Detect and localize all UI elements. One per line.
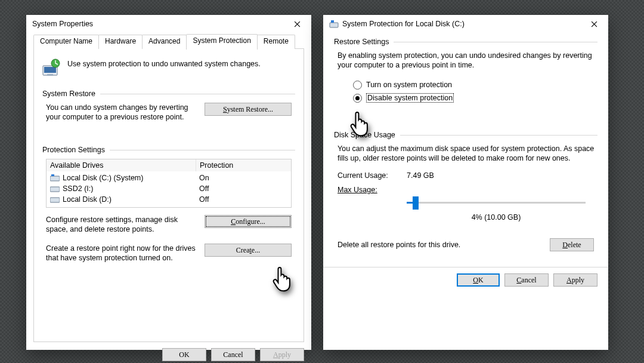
group-label: System Restore (42, 90, 95, 98)
current-usage-value: 7.49 GB (407, 171, 434, 180)
system-protection-icon (41, 57, 61, 78)
table-header: Available Drives Protection (47, 159, 291, 171)
delete-button[interactable]: Delete (550, 238, 594, 251)
svg-rect-9 (331, 20, 334, 23)
svg-rect-6 (50, 187, 60, 192)
configure-desc: Configure restore settings, manage disk … (46, 215, 199, 234)
section-disk-space: Disk Space Usage You can adjust the maxi… (334, 131, 597, 251)
svg-rect-8 (330, 23, 338, 27)
max-usage-label: Max Usage: (338, 186, 407, 194)
radio-turn-on[interactable]: Turn on system protection (353, 78, 597, 91)
dialog-buttons: OK Cancel Apply (33, 348, 304, 361)
table-row[interactable]: SSD2 (I:) Off (47, 183, 291, 194)
section-label: Disk Space Usage (334, 131, 395, 139)
svg-rect-5 (51, 174, 54, 176)
system-restore-button[interactable]: System Restore... (205, 103, 292, 116)
close-icon[interactable] (286, 16, 308, 32)
group-protection-settings: Protection Settings Available Drives Pro… (42, 146, 295, 263)
drives-table: Available Drives Protection Local Disk (… (46, 159, 292, 208)
ok-button[interactable]: OK (457, 273, 500, 287)
drive-icon (50, 185, 60, 192)
drive-icon (329, 19, 339, 29)
tab-system-protection[interactable]: System Protection (186, 34, 257, 50)
slider-thumb[interactable] (413, 196, 419, 210)
configure-button[interactable]: Configure... (205, 215, 292, 228)
drive-icon (50, 174, 60, 182)
tab-computer-name[interactable]: Computer Name (33, 35, 99, 49)
window-title: System Properties (32, 20, 93, 28)
apply-button[interactable]: Apply (553, 273, 597, 287)
titlebar[interactable]: System Properties (26, 15, 311, 33)
max-usage-slider[interactable] (407, 195, 586, 212)
radio-icon (353, 81, 362, 90)
tab-panel: Use system protection to undo unwanted s… (33, 49, 304, 342)
group-system-restore: System Restore You can undo system chang… (42, 90, 295, 122)
svg-rect-4 (50, 176, 60, 181)
table-row[interactable]: Local Disk (C:) (System) On (47, 173, 291, 183)
cancel-button[interactable]: Cancel (211, 348, 255, 361)
restore-desc: By enabling system protection, you can u… (338, 51, 597, 70)
current-usage-label: Current Usage: (338, 171, 407, 180)
drive-icon (50, 196, 60, 203)
radio-disable[interactable]: Disable system protection (353, 91, 597, 104)
tab-strip: Computer Name Hardware Advanced System P… (33, 34, 304, 49)
disk-desc: You can adjust the maximum disk space us… (338, 144, 597, 163)
create-button[interactable]: Create... (205, 244, 292, 257)
create-desc: Create a restore point right now for the… (46, 244, 199, 263)
group-label: Protection Settings (42, 146, 105, 154)
section-label: Restore Settings (334, 38, 389, 46)
close-icon[interactable] (583, 16, 605, 32)
window-title: System Protection for Local Disk (C:) (342, 20, 465, 28)
titlebar[interactable]: System Protection for Local Disk (C:) (323, 15, 608, 33)
delete-desc: Delete all restore points for this drive… (338, 241, 541, 249)
restore-desc: You can undo system changes by reverting… (46, 103, 199, 122)
svg-rect-7 (50, 198, 60, 202)
hero-text: Use system protection to undo unwanted s… (67, 56, 261, 68)
dialog-buttons: OK Cancel Apply (323, 267, 608, 287)
table-row[interactable]: Local Disk (D:) Off (47, 194, 291, 205)
tab-advanced[interactable]: Advanced (142, 35, 187, 49)
slider-value-label: 4% (10.00 GB) (407, 213, 586, 222)
system-protection-config-window: System Protection for Local Disk (C:) Re… (323, 15, 608, 350)
ok-button[interactable]: OK (162, 348, 206, 361)
svg-rect-2 (47, 74, 53, 76)
tab-hardware[interactable]: Hardware (98, 35, 143, 49)
radio-icon (353, 94, 362, 103)
cancel-button[interactable]: Cancel (504, 273, 549, 287)
section-restore-settings: Restore Settings By enabling system prot… (334, 38, 597, 104)
tab-remote[interactable]: Remote (257, 35, 295, 49)
svg-rect-1 (44, 67, 56, 73)
system-properties-window: System Properties Computer Name Hardware… (26, 15, 311, 350)
apply-button[interactable]: Apply (260, 348, 304, 361)
